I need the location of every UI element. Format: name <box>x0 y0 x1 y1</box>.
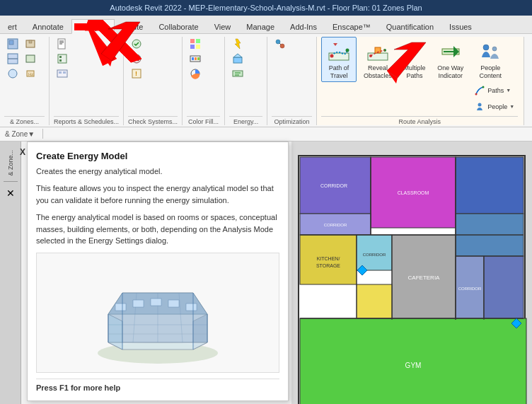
btn-zones-6[interactable]: Hz <box>23 67 40 81</box>
tooltip-desc2: This feature allows you to inspect the e… <box>36 183 279 206</box>
zones-icon-3 <box>7 68 18 79</box>
svg-text:GYM: GYM <box>405 362 422 369</box>
svg-rect-29 <box>196 45 200 49</box>
tooltip-desc1: Creates the energy analytical model. <box>36 166 279 178</box>
energy-icon-3 <box>232 68 243 79</box>
check-icon-1 <box>131 38 142 50</box>
btn-zones-4[interactable] <box>23 37 40 51</box>
tab-annotate[interactable]: Annotate <box>25 19 71 33</box>
svg-marker-35 <box>235 39 241 49</box>
toolbar-bottom: & Zone▼ <box>0 127 532 142</box>
side-divider <box>4 181 18 182</box>
svg-text:Hz: Hz <box>28 72 33 76</box>
svg-point-4 <box>8 69 17 78</box>
tab-enscape[interactable]: Enscape™ <box>325 19 378 33</box>
ribbon-group-energy: Energy... <box>225 37 267 125</box>
toolbar-zone-item[interactable]: & Zone▼ <box>3 129 37 139</box>
svg-point-61 <box>478 103 482 106</box>
btn-people-sub[interactable]: People ▼ <box>470 99 518 115</box>
btn-check-1[interactable] <box>128 37 145 51</box>
check-icon-3: ! <box>131 68 142 79</box>
tooltip-desc3: The energy analytical model is based on … <box>36 212 279 247</box>
svg-rect-110 <box>357 284 392 318</box>
toolbar-zone-text: & Zone▼ <box>5 130 35 138</box>
btn-color-2[interactable] <box>187 52 204 66</box>
btn-reports-1[interactable] <box>54 37 71 51</box>
btn-energy-3[interactable] <box>229 67 246 81</box>
tab-ert[interactable]: ert <box>0 19 25 33</box>
route-analysis-group-label: Route Analysis <box>321 116 518 125</box>
reports-icon-3 <box>57 68 68 79</box>
btn-reveal-obstacles[interactable]: RevealObstacles <box>359 37 396 82</box>
btn-zones-1[interactable] <box>4 37 21 51</box>
btn-people-content[interactable]: PeopleContent <box>470 37 510 82</box>
svg-rect-94 <box>456 157 524 214</box>
energy-icon-1 <box>232 38 243 50</box>
btn-one-way-indicator[interactable]: One WayIndicator <box>433 37 468 82</box>
tab-bar: ert Annotate Analyze Route Collaborate V… <box>0 16 532 34</box>
color-icon-1 <box>190 38 201 50</box>
btn-color-3[interactable] <box>187 67 204 81</box>
svg-marker-47 <box>333 43 337 46</box>
btn-check-2[interactable] <box>128 52 145 66</box>
reveal-obstacles-icon <box>366 40 389 63</box>
btn-multiple-paths[interactable]: MultiplePaths <box>399 37 430 82</box>
btn-zones-3[interactable] <box>4 67 21 81</box>
svg-point-60 <box>482 86 485 88</box>
svg-text:CLASSROOM: CLASSROOM <box>398 190 429 195</box>
svg-rect-31 <box>192 57 194 60</box>
btn-check-3[interactable]: ! <box>128 67 145 81</box>
tab-addins[interactable]: Add-Ins <box>282 19 325 33</box>
tab-quantification[interactable]: Quantification <box>378 19 441 33</box>
btn-reports-3[interactable] <box>54 67 71 81</box>
svg-text:!: ! <box>135 70 137 77</box>
building-model-svg <box>87 258 229 367</box>
tab-issues[interactable]: Issues <box>441 19 480 33</box>
svg-point-59 <box>475 93 478 95</box>
btn-energy-2[interactable] <box>229 52 246 66</box>
ribbon-group-optimization: Optimization <box>267 37 317 125</box>
tab-route[interactable]: Route <box>115 19 151 33</box>
svg-point-46 <box>346 49 349 52</box>
side-close-icon[interactable]: ✕ <box>6 187 15 199</box>
reports-icon-2 <box>57 53 68 64</box>
ribbon-group-reports: Reports & Schedules... <box>50 37 124 125</box>
checksystems-group-label: Check Systems... <box>128 116 178 125</box>
paths-sub-label: Paths <box>487 87 504 94</box>
svg-rect-18 <box>59 71 62 74</box>
svg-text:CAFETERIA: CAFETERIA <box>408 275 441 281</box>
svg-rect-27 <box>196 39 200 43</box>
tab-view[interactable]: View <box>207 19 239 33</box>
svg-rect-7 <box>26 55 35 62</box>
btn-opt-1[interactable] <box>272 37 289 51</box>
btn-color-1[interactable] <box>187 37 204 51</box>
tab-manage[interactable]: Manage <box>238 19 282 33</box>
ribbon-group-zones: Hz & Zones... <box>0 37 50 125</box>
tab-analyze[interactable]: Analyze <box>71 19 115 34</box>
paths-sub-arrow: ▼ <box>506 88 511 93</box>
tab-collaborate[interactable]: Collaborate <box>151 19 206 33</box>
floorplan-svg: CORRIDOR CLASSROOM CORRIDOR KITCHEN/ STO… <box>291 142 532 404</box>
svg-rect-28 <box>190 45 195 49</box>
btn-zones-2[interactable] <box>4 52 21 66</box>
btn-path-of-travel[interactable]: Path ofTravel <box>321 37 357 82</box>
tooltip-footer: Press F1 for more help <box>36 379 279 392</box>
zones-icon-1 <box>7 38 18 50</box>
svg-point-58 <box>492 47 497 51</box>
svg-text:CORRIDOR: CORRIDOR <box>458 287 482 291</box>
svg-rect-6 <box>29 40 32 43</box>
btn-paths-sub[interactable]: Paths ▼ <box>470 83 518 98</box>
svg-text:CORRIDOR: CORRIDOR <box>324 223 347 227</box>
btn-reports-2[interactable] <box>54 52 71 66</box>
btn-zones-5[interactable] <box>23 52 40 66</box>
tooltip-title: Create Energy Model <box>36 151 279 161</box>
color-icon-2 <box>190 53 201 64</box>
svg-text:CORRIDOR: CORRIDOR <box>320 183 347 188</box>
btn-energy-1[interactable] <box>229 37 246 51</box>
ribbon-group-route-analysis: Path ofTravel RevealObstacles <box>317 37 524 125</box>
multiple-paths-label: MultiplePaths <box>404 64 426 80</box>
one-way-indicator-icon <box>439 40 462 63</box>
colorfill-group-label: Color Fill... <box>187 116 220 125</box>
side-panel: & Zone... ✕ <box>0 142 21 404</box>
side-panel-label: & Zone... <box>7 150 14 176</box>
